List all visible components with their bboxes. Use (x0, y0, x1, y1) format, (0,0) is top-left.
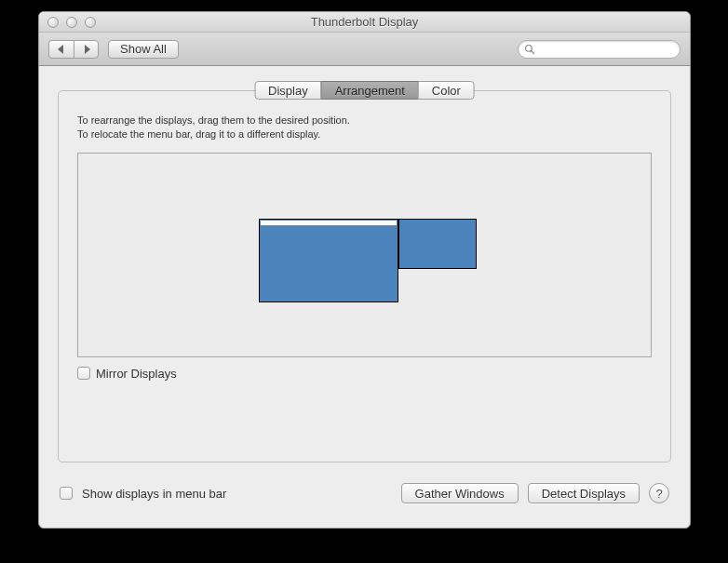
search-field[interactable] (518, 40, 681, 59)
window-title: Thunderbolt Display (39, 15, 690, 29)
nav-buttons (48, 40, 99, 59)
forward-button[interactable] (74, 40, 99, 59)
mirror-displays-row: Mirror Displays (77, 367, 652, 381)
content-area: Display Arrangement Color To rearrange t… (39, 66, 690, 528)
zoom-window-button[interactable] (85, 17, 96, 28)
arrangement-panel: To rearrange the displays, drag them to … (58, 90, 671, 462)
titlebar: Thunderbolt Display (39, 12, 690, 33)
menu-bar-strip[interactable] (261, 221, 397, 226)
tab-color[interactable]: Color (418, 81, 475, 100)
close-window-button[interactable] (47, 17, 59, 28)
show-all-button[interactable]: Show All (108, 40, 179, 59)
gather-windows-button[interactable]: Gather Windows (401, 483, 519, 503)
show-all-label: Show All (120, 42, 167, 56)
button-label: Detect Displays (542, 487, 626, 501)
svg-marker-1 (85, 45, 90, 54)
tab-label: Display (268, 84, 308, 98)
footer-row: Show displays in menu bar Gather Windows… (60, 483, 669, 503)
back-button[interactable] (48, 40, 74, 59)
chevron-left-icon (58, 45, 65, 54)
search-input[interactable] (539, 42, 682, 57)
minimize-window-button[interactable] (66, 17, 77, 28)
arrangement-area[interactable] (77, 153, 652, 357)
svg-line-3 (532, 50, 534, 53)
mirror-displays-label: Mirror Displays (96, 367, 177, 381)
show-in-menubar-checkbox[interactable] (60, 487, 73, 500)
tab-display[interactable]: Display (254, 81, 322, 100)
chevron-right-icon (83, 45, 90, 54)
detect-displays-button[interactable]: Detect Displays (528, 483, 640, 503)
instruction-line: To rearrange the displays, drag them to … (77, 114, 652, 127)
help-icon: ? (655, 487, 662, 501)
tab-bar: Display Arrangement Color (254, 81, 475, 100)
instructions: To rearrange the displays, drag them to … (77, 114, 652, 141)
help-button[interactable]: ? (649, 483, 669, 503)
window-controls (39, 17, 96, 28)
toolbar: Show All (39, 33, 690, 66)
button-label: Gather Windows (415, 487, 505, 501)
tab-label: Arrangement (335, 84, 405, 98)
tab-arrangement[interactable]: Arrangement (321, 81, 419, 100)
display-primary[interactable] (259, 219, 398, 302)
svg-marker-0 (58, 45, 63, 54)
tab-label: Color (432, 84, 461, 98)
instruction-line: To relocate the menu bar, drag it to a d… (77, 127, 652, 141)
search-icon (524, 44, 535, 55)
mirror-displays-checkbox[interactable] (77, 367, 90, 380)
preferences-window: Thunderbolt Display Show All Display (38, 11, 691, 529)
display-secondary[interactable] (398, 219, 477, 269)
show-in-menubar-label: Show displays in menu bar (82, 487, 226, 501)
